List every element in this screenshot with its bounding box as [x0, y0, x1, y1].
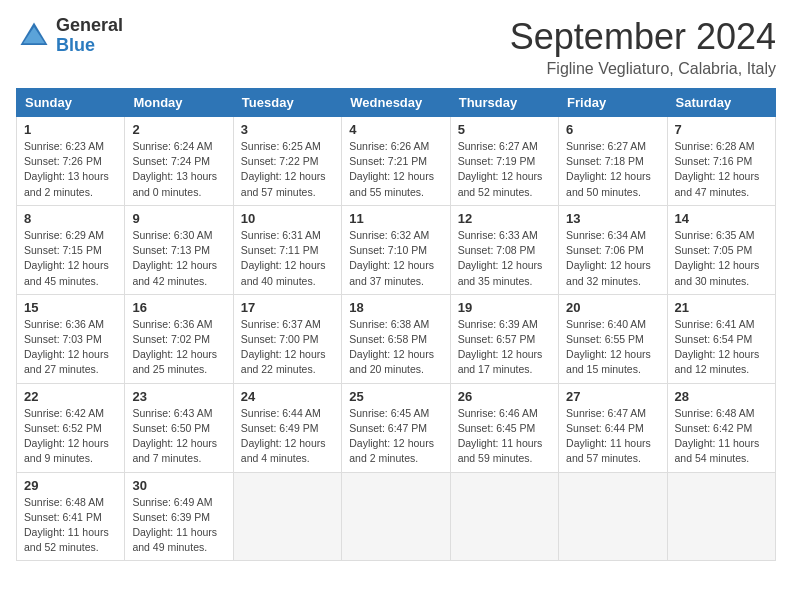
calendar-day-cell: 20Sunrise: 6:40 AMSunset: 6:55 PMDayligh…	[559, 294, 667, 383]
day-info: Sunrise: 6:35 AMSunset: 7:05 PMDaylight:…	[675, 228, 768, 289]
day-number: 16	[132, 300, 225, 315]
calendar-day-cell	[559, 472, 667, 561]
day-info: Sunrise: 6:38 AMSunset: 6:58 PMDaylight:…	[349, 317, 442, 378]
calendar-week-row: 8Sunrise: 6:29 AMSunset: 7:15 PMDaylight…	[17, 205, 776, 294]
calendar-day-cell: 15Sunrise: 6:36 AMSunset: 7:03 PMDayligh…	[17, 294, 125, 383]
day-info: Sunrise: 6:47 AMSunset: 6:44 PMDaylight:…	[566, 406, 659, 467]
day-info: Sunrise: 6:23 AMSunset: 7:26 PMDaylight:…	[24, 139, 117, 200]
calendar-day-cell: 9Sunrise: 6:30 AMSunset: 7:13 PMDaylight…	[125, 205, 233, 294]
title-block: September 2024 Figline Vegliaturo, Calab…	[510, 16, 776, 78]
day-info: Sunrise: 6:33 AMSunset: 7:08 PMDaylight:…	[458, 228, 551, 289]
calendar-day-cell: 14Sunrise: 6:35 AMSunset: 7:05 PMDayligh…	[667, 205, 775, 294]
day-info: Sunrise: 6:37 AMSunset: 7:00 PMDaylight:…	[241, 317, 334, 378]
calendar-table: SundayMondayTuesdayWednesdayThursdayFrid…	[16, 88, 776, 561]
logo-text: General Blue	[56, 16, 123, 56]
calendar-day-cell: 27Sunrise: 6:47 AMSunset: 6:44 PMDayligh…	[559, 383, 667, 472]
logo-blue: Blue	[56, 36, 123, 56]
day-number: 21	[675, 300, 768, 315]
day-number: 26	[458, 389, 551, 404]
calendar-day-cell: 17Sunrise: 6:37 AMSunset: 7:00 PMDayligh…	[233, 294, 341, 383]
calendar-week-row: 22Sunrise: 6:42 AMSunset: 6:52 PMDayligh…	[17, 383, 776, 472]
day-number: 22	[24, 389, 117, 404]
day-info: Sunrise: 6:29 AMSunset: 7:15 PMDaylight:…	[24, 228, 117, 289]
calendar-day-cell	[233, 472, 341, 561]
calendar-day-cell: 5Sunrise: 6:27 AMSunset: 7:19 PMDaylight…	[450, 117, 558, 206]
calendar-day-cell: 18Sunrise: 6:38 AMSunset: 6:58 PMDayligh…	[342, 294, 450, 383]
day-info: Sunrise: 6:43 AMSunset: 6:50 PMDaylight:…	[132, 406, 225, 467]
day-info: Sunrise: 6:44 AMSunset: 6:49 PMDaylight:…	[241, 406, 334, 467]
calendar-day-cell: 26Sunrise: 6:46 AMSunset: 6:45 PMDayligh…	[450, 383, 558, 472]
day-number: 6	[566, 122, 659, 137]
weekday-header: Tuesday	[233, 89, 341, 117]
weekday-header: Saturday	[667, 89, 775, 117]
day-info: Sunrise: 6:24 AMSunset: 7:24 PMDaylight:…	[132, 139, 225, 200]
day-number: 7	[675, 122, 768, 137]
calendar-day-cell: 21Sunrise: 6:41 AMSunset: 6:54 PMDayligh…	[667, 294, 775, 383]
day-info: Sunrise: 6:36 AMSunset: 7:02 PMDaylight:…	[132, 317, 225, 378]
day-number: 5	[458, 122, 551, 137]
day-info: Sunrise: 6:27 AMSunset: 7:19 PMDaylight:…	[458, 139, 551, 200]
calendar-day-cell: 19Sunrise: 6:39 AMSunset: 6:57 PMDayligh…	[450, 294, 558, 383]
day-number: 18	[349, 300, 442, 315]
day-number: 4	[349, 122, 442, 137]
calendar-day-cell: 29Sunrise: 6:48 AMSunset: 6:41 PMDayligh…	[17, 472, 125, 561]
day-info: Sunrise: 6:26 AMSunset: 7:21 PMDaylight:…	[349, 139, 442, 200]
calendar-day-cell: 16Sunrise: 6:36 AMSunset: 7:02 PMDayligh…	[125, 294, 233, 383]
day-number: 15	[24, 300, 117, 315]
calendar-day-cell: 25Sunrise: 6:45 AMSunset: 6:47 PMDayligh…	[342, 383, 450, 472]
day-info: Sunrise: 6:48 AMSunset: 6:41 PMDaylight:…	[24, 495, 117, 556]
calendar-day-cell: 2Sunrise: 6:24 AMSunset: 7:24 PMDaylight…	[125, 117, 233, 206]
day-info: Sunrise: 6:41 AMSunset: 6:54 PMDaylight:…	[675, 317, 768, 378]
day-number: 19	[458, 300, 551, 315]
day-info: Sunrise: 6:36 AMSunset: 7:03 PMDaylight:…	[24, 317, 117, 378]
day-number: 27	[566, 389, 659, 404]
calendar-day-cell	[450, 472, 558, 561]
day-number: 23	[132, 389, 225, 404]
day-info: Sunrise: 6:39 AMSunset: 6:57 PMDaylight:…	[458, 317, 551, 378]
calendar-week-row: 1Sunrise: 6:23 AMSunset: 7:26 PMDaylight…	[17, 117, 776, 206]
logo: General Blue	[16, 16, 123, 56]
day-number: 1	[24, 122, 117, 137]
calendar-day-cell: 3Sunrise: 6:25 AMSunset: 7:22 PMDaylight…	[233, 117, 341, 206]
day-info: Sunrise: 6:45 AMSunset: 6:47 PMDaylight:…	[349, 406, 442, 467]
day-info: Sunrise: 6:49 AMSunset: 6:39 PMDaylight:…	[132, 495, 225, 556]
page-header: General Blue September 2024 Figline Vegl…	[16, 16, 776, 78]
calendar-week-row: 29Sunrise: 6:48 AMSunset: 6:41 PMDayligh…	[17, 472, 776, 561]
day-number: 13	[566, 211, 659, 226]
day-number: 8	[24, 211, 117, 226]
day-number: 12	[458, 211, 551, 226]
calendar-day-cell: 1Sunrise: 6:23 AMSunset: 7:26 PMDaylight…	[17, 117, 125, 206]
calendar-day-cell: 13Sunrise: 6:34 AMSunset: 7:06 PMDayligh…	[559, 205, 667, 294]
day-number: 17	[241, 300, 334, 315]
calendar-day-cell	[342, 472, 450, 561]
day-info: Sunrise: 6:46 AMSunset: 6:45 PMDaylight:…	[458, 406, 551, 467]
weekday-header: Thursday	[450, 89, 558, 117]
day-info: Sunrise: 6:42 AMSunset: 6:52 PMDaylight:…	[24, 406, 117, 467]
day-number: 28	[675, 389, 768, 404]
logo-icon	[16, 18, 52, 54]
weekday-header: Wednesday	[342, 89, 450, 117]
month-title: September 2024	[510, 16, 776, 58]
day-info: Sunrise: 6:25 AMSunset: 7:22 PMDaylight:…	[241, 139, 334, 200]
calendar-day-cell: 10Sunrise: 6:31 AMSunset: 7:11 PMDayligh…	[233, 205, 341, 294]
day-info: Sunrise: 6:31 AMSunset: 7:11 PMDaylight:…	[241, 228, 334, 289]
day-number: 14	[675, 211, 768, 226]
calendar-day-cell: 11Sunrise: 6:32 AMSunset: 7:10 PMDayligh…	[342, 205, 450, 294]
calendar-day-cell: 30Sunrise: 6:49 AMSunset: 6:39 PMDayligh…	[125, 472, 233, 561]
day-info: Sunrise: 6:28 AMSunset: 7:16 PMDaylight:…	[675, 139, 768, 200]
calendar-day-cell: 6Sunrise: 6:27 AMSunset: 7:18 PMDaylight…	[559, 117, 667, 206]
day-info: Sunrise: 6:32 AMSunset: 7:10 PMDaylight:…	[349, 228, 442, 289]
day-number: 24	[241, 389, 334, 404]
logo-general: General	[56, 16, 123, 36]
calendar-header-row: SundayMondayTuesdayWednesdayThursdayFrid…	[17, 89, 776, 117]
day-number: 20	[566, 300, 659, 315]
day-info: Sunrise: 6:27 AMSunset: 7:18 PMDaylight:…	[566, 139, 659, 200]
day-info: Sunrise: 6:34 AMSunset: 7:06 PMDaylight:…	[566, 228, 659, 289]
day-number: 10	[241, 211, 334, 226]
day-number: 2	[132, 122, 225, 137]
day-number: 9	[132, 211, 225, 226]
day-number: 29	[24, 478, 117, 493]
day-info: Sunrise: 6:40 AMSunset: 6:55 PMDaylight:…	[566, 317, 659, 378]
calendar-day-cell	[667, 472, 775, 561]
day-info: Sunrise: 6:48 AMSunset: 6:42 PMDaylight:…	[675, 406, 768, 467]
